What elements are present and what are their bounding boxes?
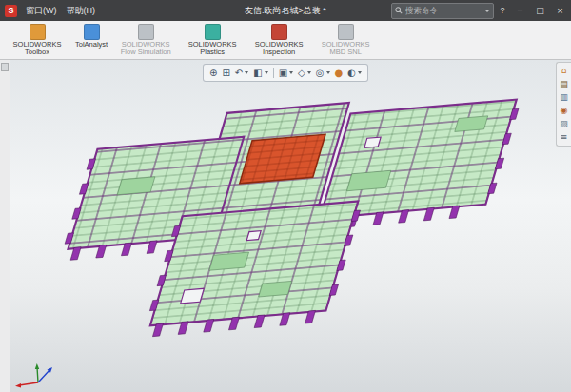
ribbon-button-label: SOLIDWORKS MBD SNL [317, 41, 374, 57]
ribbon-button-inspection[interactable]: SOLIDWORKS Inspection [246, 22, 311, 58]
design-library-icon[interactable]: ▤ [560, 80, 568, 88]
triad-y-axis-icon [35, 363, 39, 382]
solidworks-resources-icon[interactable]: ⌂ [561, 67, 567, 75]
assembly-model[interactable] [34, 88, 524, 346]
previous-view-icon: ↶ [235, 69, 243, 78]
zoom-area-icon: ⊞ [222, 69, 229, 78]
graphics-viewport: ⊕⊞↶◧▣◇◎●◐ ⌂▤▥◉▨≡ [0, 60, 571, 392]
minimize-button[interactable]: ─ [511, 0, 529, 21]
model-panel-accent [455, 116, 488, 132]
search-icon [395, 7, 403, 14]
hide-show-items-icon: ◎ [316, 69, 325, 78]
heads-up-view-toolbar: ⊕⊞↶◧▣◇◎●◐ [203, 64, 368, 82]
graphics-area[interactable] [0, 60, 571, 392]
ribbon-button-label: SOLIDWORKS Plastics [184, 41, 241, 57]
search-scope-caret-icon[interactable] [484, 10, 490, 12]
maximize-button[interactable]: □ [531, 0, 549, 21]
inspection-icon [271, 24, 287, 40]
zoom-fit-icon: ⊕ [209, 69, 217, 78]
display-style-icon[interactable]: ◇ [296, 69, 313, 78]
zoom-area-icon[interactable]: ⊞ [220, 69, 231, 78]
display-style-icon: ◇ [298, 69, 305, 78]
flyout-caret-icon[interactable] [265, 71, 268, 74]
view-settings-icon: ◐ [347, 69, 356, 78]
tolanalyst-icon [84, 24, 100, 40]
flyout-caret-icon[interactable] [245, 71, 248, 74]
panel-splitter-handle[interactable] [1, 63, 9, 71]
orientation-triad [11, 358, 55, 390]
ribbon-button-label: SOLIDWORKS Flow Simulation [117, 41, 174, 57]
triad-z-axis-icon [38, 367, 52, 382]
ribbon-button-toolbox[interactable]: SOLIDWORKS Toolbox [5, 22, 69, 58]
ribbon-button-tolanalyst[interactable]: TolAnalyst [71, 22, 111, 58]
model-panel-accent [117, 177, 155, 195]
section-view-icon[interactable]: ◧ [251, 69, 269, 78]
view-orientation-icon: ▣ [279, 69, 287, 78]
model-panel-accent [346, 170, 390, 190]
section-view-icon: ◧ [253, 69, 262, 78]
view-orientation-icon[interactable]: ▣ [277, 69, 295, 78]
model-panel-accent [209, 252, 249, 270]
flyout-caret-icon[interactable] [358, 71, 362, 74]
flyout-caret-icon[interactable] [307, 71, 311, 74]
appearances-icon[interactable]: ◉ [561, 107, 568, 115]
edit-appearance-icon[interactable]: ● [333, 69, 345, 78]
edit-appearance-icon: ● [335, 69, 344, 78]
ribbon-button-plastics[interactable]: SOLIDWORKS Plastics [180, 22, 245, 58]
solidworks-logo-icon[interactable]: S [5, 5, 17, 17]
model-floor-opening [364, 137, 381, 147]
triad-x-axis-icon [15, 382, 38, 388]
task-pane-tabs: ⌂▤▥◉▨≡ [556, 62, 571, 147]
flyout-caret-icon[interactable] [289, 71, 293, 74]
scenes-icon[interactable]: ▨ [560, 120, 568, 128]
model-floor-opening [181, 288, 205, 304]
close-button[interactable]: × [551, 0, 569, 21]
flyout-caret-icon[interactable] [326, 71, 330, 74]
ribbon-buttons: SOLIDWORKS ToolboxTolAnalystSOLIDWORKS F… [5, 22, 378, 58]
menu-item-window[interactable]: 窗口(W) [21, 0, 62, 21]
help-button[interactable]: ? [496, 6, 509, 15]
model-panel-accent [259, 281, 292, 297]
model-core-red-zone[interactable] [240, 134, 325, 184]
previous-view-icon[interactable]: ↶ [233, 69, 250, 78]
view-settings-icon[interactable]: ◐ [345, 69, 364, 78]
model-slab-module-lines [150, 201, 358, 325]
collapsed-feature-manager-panel[interactable] [0, 60, 10, 392]
custom-properties-icon[interactable]: ≡ [561, 133, 568, 142]
model-floor-opening [246, 231, 261, 241]
ribbon-button-label: TolAnalyst [75, 41, 108, 49]
toolbox-icon [30, 24, 46, 40]
ribbon-toolbar: SOLIDWORKS ToolboxTolAnalystSOLIDWORKS F… [0, 21, 571, 60]
search-input[interactable] [405, 6, 482, 15]
document-title: 友信.欧尚名城>总装 * [245, 0, 326, 21]
plastics-icon [205, 24, 221, 40]
command-search-box[interactable] [391, 3, 494, 19]
ribbon-button-label: SOLIDWORKS Inspection [250, 41, 307, 57]
mbd-snl-icon [338, 24, 354, 40]
ribbon-button-flow-simulation[interactable]: SOLIDWORKS Flow Simulation [113, 22, 178, 58]
hide-show-items-icon[interactable]: ◎ [314, 69, 332, 78]
toolbar-separator [273, 68, 274, 78]
ribbon-button-label: SOLIDWORKS Toolbox [9, 41, 66, 57]
flow-simulation-icon [138, 24, 154, 40]
zoom-fit-icon[interactable]: ⊕ [207, 69, 219, 78]
menu-item-help[interactable]: 帮助(H) [62, 0, 101, 21]
file-explorer-icon[interactable]: ▥ [560, 93, 568, 102]
title-bar: S 窗口(W) 帮助(H) 友信.欧尚名城>总装 * ? ─ □ × [0, 0, 571, 21]
ribbon-button-mbd-snl[interactable]: SOLIDWORKS MBD SNL [313, 22, 378, 58]
